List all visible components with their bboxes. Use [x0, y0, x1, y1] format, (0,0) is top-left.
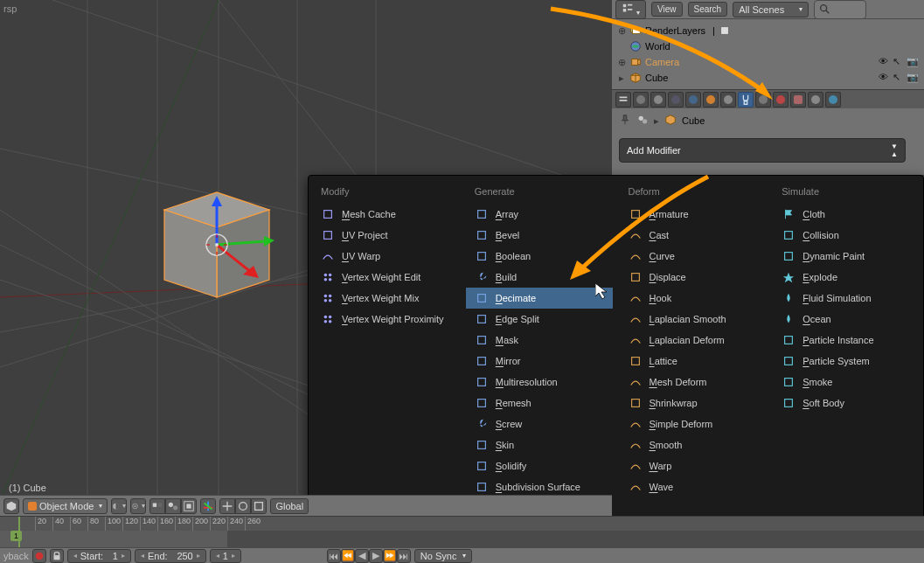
outliner-search-menu[interactable]: Search: [688, 2, 728, 17]
modifier-shrinkwrap[interactable]: Shrinkwrap: [620, 393, 767, 414]
lock-icon[interactable]: [50, 549, 64, 563]
modifier-build[interactable]: Build: [466, 267, 613, 288]
outliner-scope-dropdown[interactable]: All Scenes▾: [733, 2, 809, 17]
eye-icon[interactable]: 👁: [879, 56, 891, 68]
render-icon[interactable]: 📷: [907, 56, 919, 68]
modifier-boolean[interactable]: Boolean: [466, 246, 613, 267]
modifier-mask[interactable]: Mask: [466, 330, 613, 351]
manip-rotate[interactable]: [235, 498, 251, 514]
pin-icon[interactable]: [619, 114, 631, 128]
render-icon[interactable]: 📷: [907, 72, 919, 84]
mode-dropdown[interactable]: Object Mode▾: [23, 498, 108, 514]
manip-translate[interactable]: [219, 498, 235, 514]
modifier-hook[interactable]: Hook: [620, 288, 767, 309]
orientation-dropdown[interactable]: Global: [270, 498, 309, 514]
prop-tab-world[interactable]: [685, 92, 701, 108]
modifier-particle-instance[interactable]: Particle Instance: [773, 330, 920, 351]
jump-end-icon[interactable]: ⏭: [397, 549, 411, 563]
modifier-bevel[interactable]: Bevel: [466, 225, 613, 246]
modifier-particle-system[interactable]: Particle System: [773, 351, 920, 372]
expand-icon[interactable]: ⊕: [617, 57, 626, 68]
outliner-row-world[interactable]: World: [617, 38, 919, 54]
prop-tab-particles[interactable]: [808, 92, 823, 108]
cursor-icon[interactable]: ↖: [893, 72, 905, 84]
modifier-cast[interactable]: Cast: [620, 225, 767, 246]
cursor-icon[interactable]: ↖: [893, 56, 905, 68]
modifier-warp[interactable]: Warp: [620, 455, 767, 476]
modifier-curve[interactable]: Curve: [620, 246, 767, 267]
prop-tab-object[interactable]: [703, 92, 719, 108]
modifier-skin[interactable]: Skin: [466, 434, 613, 455]
modifier-simple-deform[interactable]: Simple Deform: [620, 414, 767, 434]
eye-icon[interactable]: 👁: [879, 72, 891, 84]
modifier-multiresolution[interactable]: Multiresolution: [466, 372, 613, 393]
modifier-ocean[interactable]: Ocean: [773, 309, 920, 330]
viewport-shading-dropdown[interactable]: ▾: [111, 498, 127, 514]
modifier-mesh-deform[interactable]: Mesh Deform: [620, 372, 767, 393]
modifier-smooth[interactable]: Smooth: [620, 434, 767, 455]
modifier-vertex-weight-proximity[interactable]: Vertex Weight Proximity: [312, 309, 459, 330]
outliner-row-cube[interactable]: ▸ Cube 👁 ↖ 📷: [617, 70, 919, 86]
modifier-screw[interactable]: Screw: [466, 414, 613, 434]
jump-start-icon[interactable]: ⏮: [327, 549, 341, 563]
modifier-vertex-weight-edit[interactable]: Vertex Weight Edit: [312, 267, 459, 288]
modifier-collision[interactable]: Collision: [773, 225, 920, 246]
layer-button[interactable]: [181, 498, 197, 514]
current-frame-field[interactable]: ◂1▸: [210, 549, 241, 563]
modifier-fluid-simulation[interactable]: Fluid Simulation: [773, 288, 920, 309]
prop-tab-render[interactable]: [633, 92, 649, 108]
modifier-lattice[interactable]: Lattice: [620, 351, 767, 372]
prop-tab-scene[interactable]: [668, 92, 684, 108]
editor-type-icon[interactable]: [3, 498, 19, 514]
editor-type-icon[interactable]: ▾: [615, 0, 646, 19]
prop-tab-modifiers[interactable]: [738, 92, 754, 108]
outliner-search-input[interactable]: [814, 0, 866, 19]
prop-tab-constraints[interactable]: [720, 92, 736, 108]
modifier-solidify[interactable]: Solidify: [466, 455, 613, 476]
record-icon[interactable]: [32, 549, 46, 563]
prop-tab-physics[interactable]: [825, 92, 841, 108]
keyframe-next-icon[interactable]: ⏩: [383, 549, 397, 563]
modifier-uv-project[interactable]: UV Project: [312, 225, 459, 246]
manipulator-toggle[interactable]: [200, 498, 216, 514]
modifier-laplacian-smooth[interactable]: Laplacian Smooth: [620, 309, 767, 330]
cube-object[interactable]: [156, 184, 278, 306]
prop-tab-renderlayers[interactable]: [650, 92, 666, 108]
modifier-displace[interactable]: Displace: [620, 267, 767, 288]
layer-button[interactable]: [165, 498, 181, 514]
modifier-dynamic-paint[interactable]: Dynamic Paint: [773, 246, 920, 267]
timeline[interactable]: 20406080100120140160180200220240260 1: [0, 516, 924, 547]
prop-tab-data[interactable]: [755, 92, 771, 108]
prop-tab-material[interactable]: [773, 92, 789, 108]
sync-dropdown[interactable]: No Sync▾: [414, 549, 473, 563]
timeline-ruler[interactable]: 20406080100120140160180200220240260: [0, 517, 924, 531]
prop-tab-texture[interactable]: [790, 92, 806, 108]
expand-icon[interactable]: ▸: [617, 73, 626, 84]
modifier-laplacian-deform[interactable]: Laplacian Deform: [620, 330, 767, 351]
modifier-cloth[interactable]: Cloth: [773, 204, 920, 225]
modifier-explode[interactable]: Explode: [773, 267, 920, 288]
end-frame-field[interactable]: ◂End: 250▸: [135, 549, 206, 563]
modifier-uv-warp[interactable]: UV Warp: [312, 246, 459, 267]
modifier-soft-body[interactable]: Soft Body: [773, 393, 920, 414]
modifier-mesh-cache[interactable]: Mesh Cache: [312, 204, 459, 225]
outliner-tree[interactable]: ⊕ RenderLayers | World ⊕ Camera 👁 ↖ 📷 ▸ …: [612, 19, 924, 89]
modifier-wave[interactable]: Wave: [620, 476, 767, 497]
timeline-track[interactable]: 1: [0, 531, 924, 548]
play-icon[interactable]: ▶: [369, 549, 383, 563]
modifier-vertex-weight-mix[interactable]: Vertex Weight Mix: [312, 288, 459, 309]
outliner-row-camera[interactable]: ⊕ Camera 👁 ↖ 📷: [617, 54, 919, 70]
modifier-array[interactable]: Array: [466, 204, 613, 225]
modifier-smoke[interactable]: Smoke: [773, 372, 920, 393]
expand-icon[interactable]: ⊕: [617, 25, 626, 37]
editor-type-icon[interactable]: [615, 92, 631, 108]
start-frame-field[interactable]: ◂Start: 1▸: [67, 549, 131, 563]
modifier-edge-split[interactable]: Edge Split: [466, 309, 613, 330]
play-reverse-icon[interactable]: ◀: [355, 549, 369, 563]
keyframe-prev-icon[interactable]: ⏪: [341, 549, 355, 563]
modifier-remesh[interactable]: Remesh: [466, 393, 613, 414]
outliner-view-menu[interactable]: View: [651, 2, 683, 17]
modifier-armature[interactable]: Armature: [620, 204, 767, 225]
manip-scale[interactable]: [251, 498, 267, 514]
pivot-dropdown[interactable]: ▾: [130, 498, 146, 514]
